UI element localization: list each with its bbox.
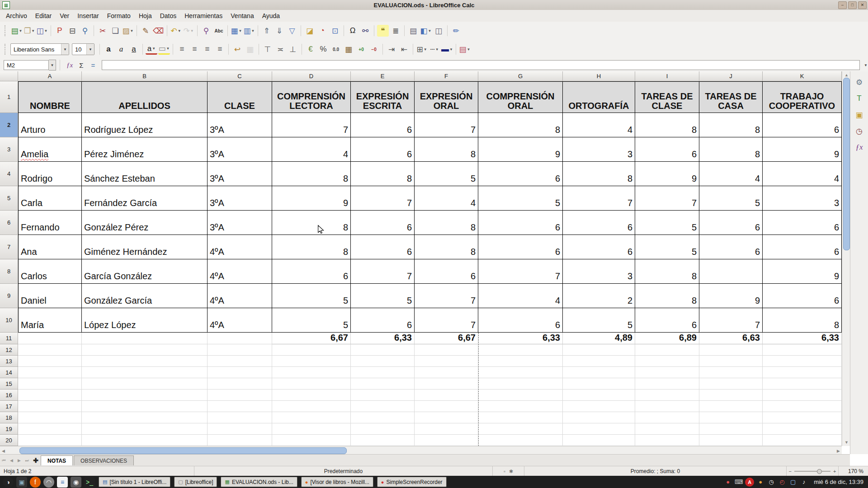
cell-I18[interactable] <box>635 412 699 423</box>
cell-D11[interactable]: 6,67 <box>272 333 351 344</box>
clock-analog-icon[interactable]: ◷ <box>767 478 776 487</box>
cell-J19[interactable] <box>699 423 763 435</box>
first-sheet-button[interactable]: ⏮ <box>0 456 8 465</box>
cell-A1[interactable]: NOMBRE <box>18 81 82 113</box>
cell-A5[interactable]: Carla <box>18 186 82 211</box>
date-format-icon[interactable]: ▦ <box>343 43 354 55</box>
cell-B15[interactable] <box>82 378 208 389</box>
cell-C18[interactable] <box>208 412 272 423</box>
cell-D2[interactable]: 7 <box>272 113 351 137</box>
cell-C8[interactable]: 4ºA <box>208 259 272 284</box>
cell-H5[interactable]: 7 <box>563 186 635 211</box>
border-style-icon[interactable]: ┄▼ <box>429 43 440 55</box>
cell-B3[interactable]: Pérez Jiménez <box>82 137 208 162</box>
cell-I4[interactable]: 9 <box>635 162 699 186</box>
currency-format-icon[interactable]: € <box>305 43 316 55</box>
cell-F19[interactable] <box>415 423 478 435</box>
cell-H10[interactable]: 5 <box>563 308 635 333</box>
col-header-H[interactable]: H <box>563 71 635 81</box>
expand-formula-bar-icon[interactable]: ▼ <box>863 63 868 67</box>
cell-E5[interactable]: 7 <box>351 186 415 211</box>
scroll-right-icon[interactable]: ▶ <box>837 449 840 453</box>
cut-icon[interactable]: ✂ <box>97 25 108 37</box>
cell-E7[interactable]: 6 <box>351 235 415 259</box>
cell-H7[interactable]: 6 <box>563 235 635 259</box>
row-header-9[interactable]: 9 <box>0 284 18 308</box>
toolbar-grip[interactable] <box>5 25 8 36</box>
cell-A4[interactable]: Rodrigo <box>18 162 82 186</box>
cell-G1[interactable]: COMPRENSIÓN ORAL <box>478 81 563 113</box>
cell-C20[interactable] <box>208 435 272 446</box>
vertical-scrollbar[interactable]: ▲ ▼ <box>842 71 850 446</box>
cell-K6[interactable]: 6 <box>763 211 842 235</box>
cell-D19[interactable] <box>272 423 351 435</box>
cell-G19[interactable] <box>478 423 563 435</box>
cell-D10[interactable]: 5 <box>272 308 351 333</box>
cell-K8[interactable]: 9 <box>763 259 842 284</box>
cell-J12[interactable] <box>699 344 763 356</box>
cell-J14[interactable] <box>699 367 763 378</box>
cell-D14[interactable] <box>272 367 351 378</box>
row-header-13[interactable]: 13 <box>0 356 18 367</box>
cell-J20[interactable] <box>699 435 763 446</box>
cell-B14[interactable] <box>82 367 208 378</box>
cell-E1[interactable]: EXPRESIÓN ESCRITA <box>351 81 415 113</box>
cell-C17[interactable] <box>208 401 272 412</box>
cell-C1[interactable]: CLASE <box>208 81 272 113</box>
cell-K3[interactable]: 9 <box>763 137 842 162</box>
cell-F3[interactable]: 8 <box>415 137 478 162</box>
hyperlink-icon[interactable]: ⚯ <box>359 25 371 37</box>
gallery-icon[interactable]: ▣ <box>853 108 866 121</box>
font-size-select[interactable]: 10▼ <box>72 43 94 55</box>
cell-B8[interactable]: García González <box>82 259 208 284</box>
cell-F1[interactable]: EXPRESIÓN ORAL <box>415 81 478 113</box>
recorder-tray-icon[interactable]: ● <box>723 478 732 487</box>
cell-A14[interactable] <box>18 367 82 378</box>
copy-icon[interactable]: ❏ <box>109 25 121 37</box>
cell-E14[interactable] <box>351 367 415 378</box>
cell-G11[interactable]: 6,33 <box>478 333 563 344</box>
page-style-segment[interactable]: Predeterminado <box>194 466 493 476</box>
special-character-icon[interactable]: Ω <box>347 25 359 37</box>
cell-E3[interactable]: 6 <box>351 137 415 162</box>
cell-K1[interactable]: TRABAJO COOPERATIVO <box>763 81 842 113</box>
cell-B20[interactable] <box>82 435 208 446</box>
cell-G18[interactable] <box>478 412 563 423</box>
print-preview-icon[interactable]: ⚲ <box>79 25 91 37</box>
cell-A12[interactable] <box>18 344 82 356</box>
insert-image-icon[interactable]: ◪ <box>304 25 316 37</box>
cell-G15[interactable] <box>478 378 563 389</box>
cell-H3[interactable]: 3 <box>563 137 635 162</box>
cell-D17[interactable] <box>272 401 351 412</box>
cell-H12[interactable] <box>563 344 635 356</box>
add-decimal-icon[interactable]: +0 <box>355 43 367 55</box>
redo-icon[interactable]: ↷▼ <box>183 25 194 37</box>
decrease-indent-icon[interactable]: ⇤ <box>398 43 410 55</box>
cell-J18[interactable] <box>699 412 763 423</box>
sort-descending-icon[interactable]: ⇓ <box>274 25 285 37</box>
cell-H11[interactable]: 4,89 <box>563 333 635 344</box>
menu-formato[interactable]: Formato <box>103 11 135 21</box>
cell-C2[interactable]: 3ºA <box>208 113 272 137</box>
cell-E2[interactable]: 6 <box>351 113 415 137</box>
cell-J13[interactable] <box>699 356 763 367</box>
cell-A20[interactable] <box>18 435 82 446</box>
cell-E11[interactable]: 6,33 <box>351 333 415 344</box>
zoom-slider[interactable]: − + <box>789 469 836 474</box>
cell-I12[interactable] <box>635 344 699 356</box>
cell-G16[interactable] <box>478 389 563 401</box>
cell-D5[interactable]: 9 <box>272 186 351 211</box>
toolbar-grip[interactable] <box>5 44 8 55</box>
cell-E18[interactable] <box>351 412 415 423</box>
cell-E17[interactable] <box>351 401 415 412</box>
cell-E10[interactable]: 6 <box>351 308 415 333</box>
cell-I6[interactable]: 5 <box>635 211 699 235</box>
cell-F6[interactable]: 8 <box>415 211 478 235</box>
cell-F15[interactable] <box>415 378 478 389</box>
cell-I8[interactable]: 8 <box>635 259 699 284</box>
freeze-rows-columns-icon[interactable]: ◧▼ <box>420 25 432 37</box>
cell-I11[interactable]: 6,89 <box>635 333 699 344</box>
cell-K15[interactable] <box>763 378 842 389</box>
cell-H19[interactable] <box>563 423 635 435</box>
terminal-icon[interactable]: >_ <box>84 477 95 488</box>
